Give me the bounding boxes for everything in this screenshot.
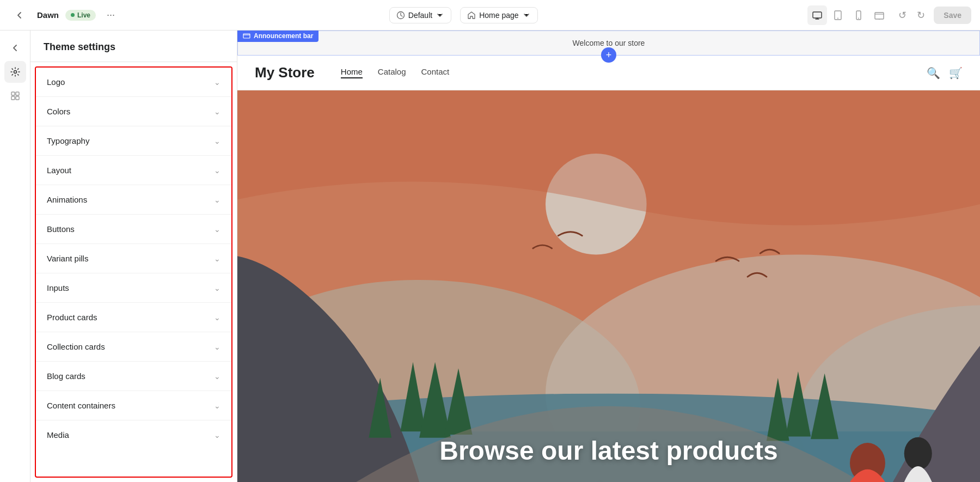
svg-point-3	[837, 17, 838, 19]
save-button[interactable]: Save	[934, 7, 971, 24]
svg-rect-10	[16, 92, 19, 95]
chevron-icon: ⌄	[214, 78, 220, 87]
sections-nav-button[interactable]	[4, 85, 26, 107]
svg-point-7	[879, 19, 880, 20]
svg-rect-12	[16, 96, 19, 100]
default-dropdown[interactable]: Default	[389, 7, 451, 23]
settings-item-inputs[interactable]: Inputs⌄	[36, 273, 231, 303]
hero-text: Browse our latest products	[439, 436, 777, 466]
chevron-icon: ⌄	[214, 284, 220, 292]
svg-rect-6	[875, 13, 884, 19]
homepage-dropdown[interactable]: Home page	[460, 7, 537, 23]
settings-item-product-cards[interactable]: Product cards⌄	[36, 303, 231, 332]
settings-item-label: Logo	[47, 77, 65, 87]
chevron-icon: ⌄	[214, 166, 220, 175]
chevron-icon: ⌄	[214, 196, 220, 204]
nav-link-home[interactable]: Home	[341, 67, 363, 78]
nav-icons: 🔍 🛒	[927, 66, 963, 80]
live-dot	[71, 13, 75, 17]
back-button[interactable]	[9, 4, 30, 26]
nav-link-catalog[interactable]: Catalog	[378, 67, 406, 78]
settings-item-label: Media	[47, 430, 69, 440]
tablet-view-btn[interactable]	[828, 5, 848, 25]
topbar-center: Default Home page	[389, 7, 538, 23]
app-name: Dawn	[37, 10, 59, 20]
settings-item-label: Blog cards	[47, 371, 85, 381]
settings-item-label: Collection cards	[47, 342, 105, 351]
mobile-view-btn[interactable]	[849, 5, 868, 25]
announcement-bar-wrapper: Announcement bar Welcome to our store +	[237, 30, 980, 56]
settings-item-label: Content containers	[47, 401, 115, 410]
settings-sidebar: Theme settings Logo⌄Colors⌄Typography⌄La…	[30, 30, 237, 482]
preview-area: Announcement bar Welcome to our store + …	[237, 30, 980, 482]
settings-item-animations[interactable]: Animations⌄	[36, 185, 231, 215]
redo-button[interactable]: ↻	[912, 7, 929, 24]
settings-item-label: Buttons	[47, 224, 75, 234]
nav-links: HomeCatalogContact	[341, 67, 909, 78]
settings-item-collection-cards[interactable]: Collection cards⌄	[36, 332, 231, 362]
svg-point-8	[14, 71, 16, 74]
desktop-view-btn[interactable]	[807, 5, 827, 25]
svg-rect-13	[243, 34, 250, 38]
settings-item-logo[interactable]: Logo⌄	[36, 68, 231, 97]
chevron-icon: ⌄	[214, 225, 220, 234]
settings-item-label: Layout	[47, 166, 71, 175]
topbar-left: Dawn Live ···	[9, 4, 119, 26]
cart-icon[interactable]: 🛒	[949, 66, 963, 80]
undo-redo-controls: ↺ ↻	[893, 7, 929, 24]
settings-item-label: Colors	[47, 107, 70, 116]
svg-point-5	[858, 17, 859, 19]
settings-item-buttons[interactable]: Buttons⌄	[36, 215, 231, 244]
store-name: My Store	[255, 64, 315, 81]
chevron-icon: ⌄	[214, 107, 220, 116]
live-badge: Live	[65, 10, 96, 21]
back-nav-button[interactable]	[4, 37, 26, 59]
main-layout: Theme settings Logo⌄Colors⌄Typography⌄La…	[0, 30, 980, 482]
settings-list: Logo⌄Colors⌄Typography⌄Layout⌄Animations…	[36, 68, 231, 449]
chevron-icon: ⌄	[214, 254, 220, 263]
chevron-icon: ⌄	[214, 313, 220, 322]
chevron-icon: ⌄	[214, 372, 220, 381]
settings-title: Theme settings	[30, 30, 237, 62]
chevron-icon: ⌄	[214, 137, 220, 145]
add-section-button[interactable]: +	[601, 47, 616, 63]
chevron-icon: ⌄	[214, 431, 220, 440]
svg-point-22	[904, 437, 932, 470]
settings-item-content-containers[interactable]: Content containers⌄	[36, 391, 231, 420]
announcement-bar-label: Announcement bar	[237, 30, 318, 42]
chevron-icon: ⌄	[214, 343, 220, 351]
svg-rect-1	[813, 12, 822, 18]
settings-item-colors[interactable]: Colors⌄	[36, 97, 231, 126]
search-icon[interactable]: 🔍	[927, 66, 940, 80]
view-buttons	[807, 5, 889, 25]
settings-item-variant-pills[interactable]: Variant pills⌄	[36, 244, 231, 273]
settings-item-label: Product cards	[47, 313, 97, 322]
chevron-icon: ⌄	[214, 401, 220, 410]
announcement-bar: Welcome to our store +	[237, 30, 980, 56]
settings-item-typography[interactable]: Typography⌄	[36, 126, 231, 156]
more-button[interactable]: ···	[102, 7, 119, 23]
icon-sidebar	[0, 30, 30, 482]
nav-link-contact[interactable]: Contact	[421, 67, 450, 78]
undo-button[interactable]: ↺	[893, 7, 911, 24]
svg-rect-9	[11, 92, 15, 95]
topbar: Dawn Live ··· Default Home page	[0, 0, 980, 30]
settings-item-media[interactable]: Media⌄	[36, 420, 231, 449]
settings-item-label: Typography	[47, 136, 89, 145]
svg-rect-11	[11, 96, 15, 100]
settings-item-layout[interactable]: Layout⌄	[36, 156, 231, 185]
settings-item-label: Variant pills	[47, 254, 88, 263]
settings-list-container: Logo⌄Colors⌄Typography⌄Layout⌄Animations…	[35, 66, 232, 478]
topbar-right: ↺ ↻ Save	[807, 5, 971, 25]
settings-nav-button[interactable]	[4, 61, 26, 83]
hero-area: Browse our latest products	[237, 90, 980, 482]
settings-item-blog-cards[interactable]: Blog cards⌄	[36, 362, 231, 391]
settings-item-label: Inputs	[47, 283, 69, 292]
settings-item-label: Animations	[47, 195, 87, 204]
custom-view-btn[interactable]	[869, 5, 889, 25]
